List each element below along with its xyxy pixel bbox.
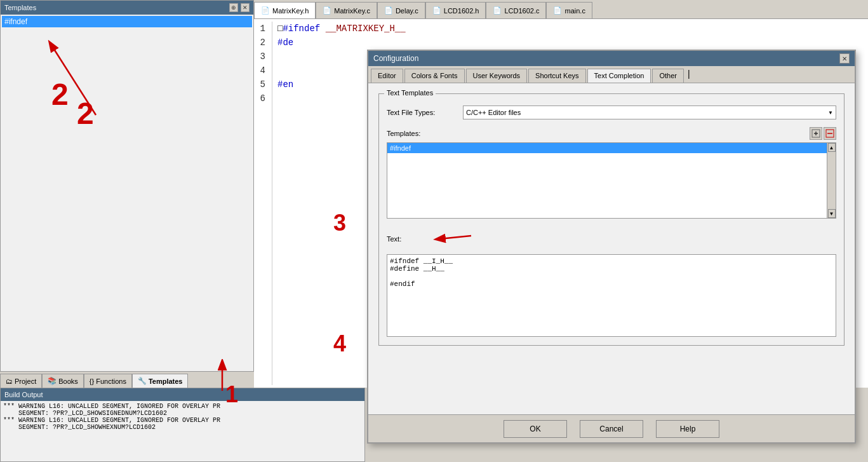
text-section: Text: #ifndef __I_H__ #define __H__ #end…: [387, 226, 836, 339]
tab-books[interactable]: 📚 Books: [42, 374, 84, 388]
templates-action-buttons: [810, 127, 836, 140]
file-icon-matrixkey-c: 📄: [323, 6, 331, 15]
tab-editor[interactable]: Editor: [371, 69, 403, 83]
delete-template-icon: [825, 129, 834, 138]
tab-label-main-c: main.c: [564, 7, 585, 15]
file-type-row: Text File Types: C/C++ Editor files ▼: [387, 105, 836, 119]
text-section-label: Text:: [387, 235, 401, 243]
file-icon-main-c: 📄: [553, 6, 562, 15]
label-3: 3: [333, 210, 346, 236]
file-icon-lcd1602-h: 📄: [432, 6, 441, 15]
dialog-title: Configuration: [373, 54, 418, 63]
line-numbers: 1 2 3 4 5 6: [257, 22, 272, 385]
templates-icon: 🔧: [138, 377, 147, 385]
listbox-scrollbar[interactable]: ▲ ▼: [827, 143, 836, 218]
tab-matrixkey-h[interactable]: 📄 MatrixKey.h: [254, 2, 316, 18]
books-icon: 📚: [48, 377, 57, 385]
select-arrow-icon: ▼: [828, 110, 833, 116]
template-item[interactable]: #ifndef: [2, 16, 252, 27]
scroll-up-button[interactable]: ▲: [828, 143, 836, 152]
build-output-title: Build Output: [4, 391, 43, 398]
tab-main-c[interactable]: 📄 main.c: [546, 2, 592, 18]
tab-colors-fonts[interactable]: Colors & Fonts: [404, 69, 465, 83]
close-panel-button[interactable]: ✕: [241, 3, 250, 12]
code-line-1: □#ifndef __MATRIXKEY_H__: [277, 22, 406, 36]
file-icon-matrixkey-h: 📄: [261, 6, 270, 15]
ok-button[interactable]: OK: [504, 420, 567, 438]
label-1: 1: [225, 381, 238, 408]
tab-lcd1602-h[interactable]: 📄 LCD1602.h: [425, 2, 486, 18]
label-2: 2: [77, 96, 94, 131]
help-button[interactable]: Help: [656, 420, 719, 438]
delete-template-button[interactable]: [824, 127, 836, 140]
file-types-select[interactable]: C/C++ Editor files ▼: [463, 105, 836, 119]
templates-listbox[interactable]: #ifndef ▲ ▼: [387, 142, 836, 219]
dialog-close-button[interactable]: ✕: [839, 53, 850, 64]
templates-section-header: Templates:: [387, 127, 836, 140]
svg-line-10: [439, 236, 471, 239]
tab-text-completion[interactable]: Text Completion: [587, 69, 651, 83]
code-line-2: #de: [277, 36, 406, 50]
tab-label-matrixkey-c: MatrixKey.c: [334, 7, 370, 15]
build-output-content: *** WARNING L16: UNCALLED SEGMENT, IGNOR…: [1, 401, 364, 433]
dialog-footer: OK Cancel Help: [368, 414, 855, 442]
annotation-arrow-4-inner: [433, 226, 484, 252]
file-types-value: C/C++ Editor files: [466, 109, 521, 116]
tab-other[interactable]: Other: [652, 69, 684, 83]
template-list-item[interactable]: #ifndef: [387, 143, 836, 153]
functions-icon: {}: [90, 377, 94, 385]
config-dialog: Configuration ✕ Editor Colors & Fonts Us…: [367, 50, 856, 444]
file-icon-lcd1602-c: 📄: [493, 6, 502, 15]
add-template-button[interactable]: [810, 127, 822, 140]
tab-templates-label: Templates: [149, 377, 183, 385]
group-legend: Text Templates: [384, 89, 436, 97]
tab-functions-label: Functions: [96, 377, 126, 385]
templates-section-label: Templates:: [387, 130, 420, 137]
tab-functions[interactable]: {} Functions: [84, 374, 132, 388]
text-content-textarea[interactable]: #ifndef __I_H__ #define __H__ #endif: [387, 254, 836, 337]
templates-panel: Templates ⊕ ✕ #ifndef 2 2: [0, 0, 254, 394]
templates-title: Templates: [4, 4, 36, 11]
tab-shortcut-keys[interactable]: Shortcut Keys: [528, 69, 585, 83]
scroll-down-button[interactable]: ▼: [828, 209, 836, 218]
annotation-arrow-2: [32, 32, 159, 147]
build-output-panel: Build Output *** WARNING L16: UNCALLED S…: [0, 388, 365, 462]
tab-label-delay-c: Delay.c: [396, 7, 418, 15]
tab-matrixkey-c[interactable]: 📄 MatrixKey.c: [316, 2, 377, 18]
tab-user-keywords[interactable]: User Keywords: [466, 69, 528, 83]
titlebar-buttons: ⊕ ✕: [229, 3, 250, 12]
cancel-button[interactable]: Cancel: [580, 420, 643, 438]
tab-books-label: Books: [58, 377, 78, 385]
file-types-label: Text File Types:: [387, 109, 463, 116]
tab-lcd1602-c[interactable]: 📄 LCD1602.c: [486, 2, 546, 18]
templates-titlebar: Templates ⊕ ✕: [1, 1, 253, 15]
dialog-body: Text Templates Text File Types: C/C++ Ed…: [368, 83, 855, 366]
label-4: 4: [333, 330, 346, 357]
tab-label-lcd1602-h: LCD1602.h: [444, 7, 479, 15]
text-section-header: Text:: [387, 226, 836, 252]
editor-tab-bar: 📄 MatrixKey.h 📄 MatrixKey.c 📄 Delay.c 📄 …: [254, 0, 868, 19]
tab-label-lcd1602-c: LCD1602.c: [504, 7, 539, 15]
pin-button[interactable]: ⊕: [229, 3, 238, 12]
tab-project[interactable]: 🗂 Project: [0, 374, 42, 388]
templates-list: #ifndef: [1, 15, 253, 29]
build-output-header: Build Output: [1, 388, 364, 401]
text-templates-group: Text Templates Text File Types: C/C++ Ed…: [378, 93, 845, 346]
tab-project-label: Project: [15, 377, 36, 385]
add-template-icon: [811, 129, 820, 138]
file-icon-delay-c: 📄: [384, 6, 393, 15]
project-icon: 🗂: [6, 377, 13, 385]
tab-separator: |: [688, 69, 690, 83]
templates-section: Templates:: [387, 127, 836, 219]
dialog-titlebar: Configuration ✕: [368, 51, 855, 66]
tab-templates[interactable]: 🔧 Templates: [132, 374, 189, 388]
tab-delay-c[interactable]: 📄 Delay.c: [377, 2, 425, 18]
dialog-tabs: Editor Colors & Fonts User Keywords Shor…: [368, 66, 855, 83]
tab-label-matrixkey-h: MatrixKey.h: [272, 7, 309, 15]
